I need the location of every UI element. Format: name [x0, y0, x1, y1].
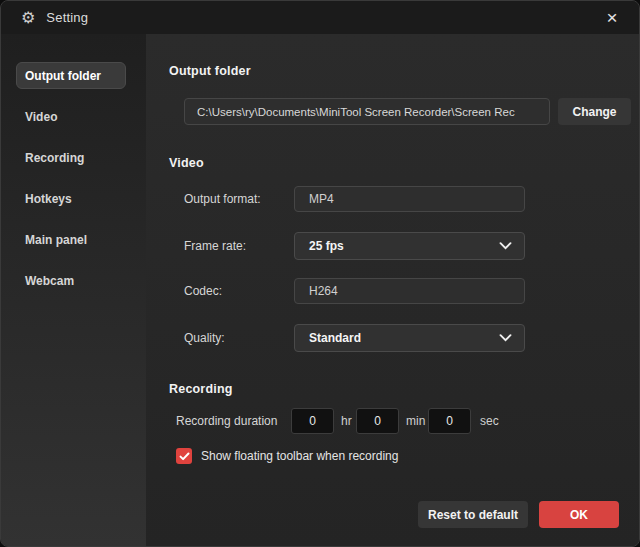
- hours-unit-label: hr: [341, 408, 352, 434]
- seconds-unit-label: sec: [480, 408, 499, 434]
- window-title: Setting: [46, 10, 88, 25]
- chevron-down-icon: [499, 334, 512, 342]
- chevron-down-icon: [499, 242, 512, 250]
- video-heading: Video: [169, 156, 204, 170]
- frame-rate-dropdown[interactable]: 25 fps: [294, 232, 525, 260]
- body: Output folder Video Recording Hotkeys Ma…: [1, 34, 639, 546]
- floating-toolbar-checkbox[interactable]: [176, 448, 192, 464]
- duration-seconds-input[interactable]: [428, 408, 471, 434]
- sidebar-item-hotkeys[interactable]: Hotkeys: [16, 185, 126, 212]
- output-folder-heading: Output folder: [169, 64, 251, 78]
- titlebar: ⚙ Setting ×: [1, 1, 639, 34]
- sidebar-item-video[interactable]: Video: [16, 103, 126, 130]
- sidebar-item-webcam[interactable]: Webcam: [16, 267, 126, 294]
- frame-rate-label: Frame rate:: [184, 232, 246, 260]
- minutes-unit-label: min: [406, 408, 425, 434]
- close-icon[interactable]: ×: [599, 5, 625, 31]
- quality-label: Quality:: [184, 324, 225, 352]
- ok-button[interactable]: OK: [539, 501, 619, 528]
- checkmark-icon: [179, 452, 190, 461]
- floating-toolbar-checkbox-label: Show floating toolbar when recording: [201, 448, 398, 464]
- output-path-input[interactable]: [184, 98, 550, 125]
- reset-to-default-button[interactable]: Reset to default: [418, 501, 528, 528]
- settings-content: Output folder Change Video Output format…: [146, 34, 639, 546]
- sidebar-item-output-folder[interactable]: Output folder: [16, 62, 126, 89]
- change-folder-button[interactable]: Change: [558, 98, 631, 125]
- sidebar-item-recording[interactable]: Recording: [16, 144, 126, 171]
- codec-field[interactable]: [294, 278, 525, 304]
- quality-dropdown[interactable]: Standard: [294, 324, 525, 352]
- output-format-field[interactable]: [294, 186, 525, 212]
- duration-hours-input[interactable]: [291, 408, 334, 434]
- sidebar-item-main-panel[interactable]: Main panel: [16, 226, 126, 253]
- output-format-label: Output format:: [184, 186, 261, 212]
- frame-rate-value: 25 fps: [309, 239, 344, 253]
- quality-value: Standard: [309, 331, 361, 345]
- recording-duration-label: Recording duration: [176, 408, 277, 434]
- settings-window: ⚙ Setting × Output folder Video Recordin…: [0, 0, 640, 547]
- recording-heading: Recording: [169, 382, 233, 396]
- duration-minutes-input[interactable]: [356, 408, 399, 434]
- codec-label: Codec:: [184, 278, 222, 304]
- sidebar: Output folder Video Recording Hotkeys Ma…: [1, 34, 146, 546]
- gear-icon: ⚙: [21, 10, 35, 26]
